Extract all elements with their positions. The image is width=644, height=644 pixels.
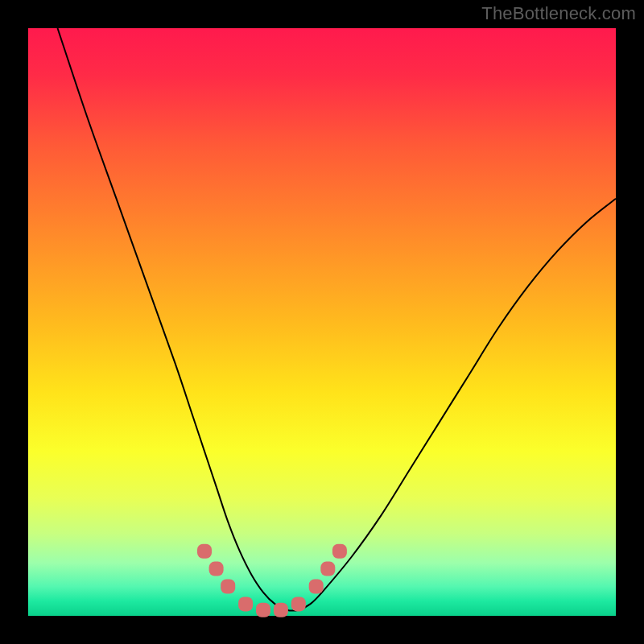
plot-area — [28, 28, 616, 616]
highlight-point — [332, 544, 347, 559]
highlight-point — [291, 597, 306, 611]
highlight-point — [256, 603, 270, 617]
highlight-point — [209, 562, 224, 576]
highlight-point — [197, 544, 212, 559]
highlight-markers — [197, 544, 347, 617]
bottleneck-curve — [58, 28, 617, 611]
chart-frame: TheBottleneck.com — [0, 0, 644, 644]
highlight-point — [320, 562, 335, 576]
highlight-point — [238, 597, 253, 611]
watermark-text: TheBottleneck.com — [481, 3, 636, 24]
curve-layer — [28, 28, 616, 616]
highlight-point — [274, 603, 288, 617]
highlight-point — [309, 580, 324, 594]
highlight-point — [221, 580, 235, 594]
